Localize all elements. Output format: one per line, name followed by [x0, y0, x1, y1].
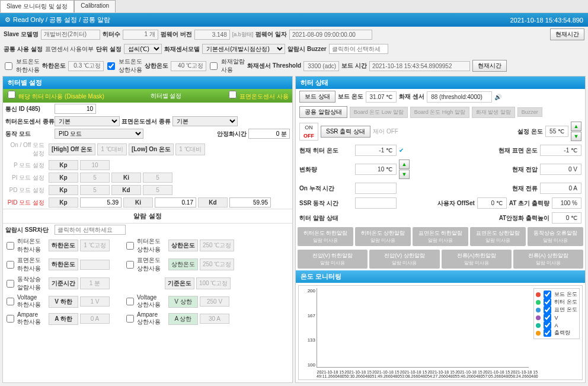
surface-low-label: 하한온도 — [49, 259, 78, 270]
label-current-voltage: 현재 전압 — [512, 165, 538, 174]
a-high-value: 30 A — [200, 314, 229, 324]
op-mode-select[interactable]: PID 모드 — [55, 129, 143, 139]
common-alarm-button[interactable]: 공용 알람상태 — [299, 106, 347, 118]
label-fire-sensor: 화재 센서 — [399, 92, 424, 101]
onoff-mode-label: On / Off 모드 설정 — [5, 141, 47, 158]
tile-heater-high: 히터온도 상한알람알람 미사용 — [355, 227, 411, 246]
pid-ki-header: Ki — [123, 197, 153, 208]
fire-sensor-model-select[interactable]: 기본센서(개발시점산정) — [202, 44, 285, 54]
label-current-current: 현재 전류 — [512, 184, 538, 193]
heater-high-use-checkbox[interactable] — [126, 242, 134, 250]
pid-kd-header: Kd — [198, 197, 228, 208]
tile-malfunc: 동작상승 오류알람알람 미사용 — [528, 227, 583, 246]
label-set-temp: 설정 온도 — [517, 127, 543, 136]
ampere-high-use-checkbox[interactable] — [126, 315, 134, 323]
legend-checkbox[interactable] — [544, 314, 551, 321]
high-off-label: [High] Off 온도 — [49, 143, 95, 155]
board-low-use-checkbox[interactable] — [5, 62, 12, 70]
legend-checkbox[interactable] — [544, 306, 551, 314]
pi-mode-label: PI 모드 설정 — [5, 174, 47, 182]
pi-kp-value: 5 — [80, 173, 110, 183]
stabilize-time-input[interactable] — [248, 129, 290, 139]
v-low-label: V 하한 — [49, 296, 78, 308]
at-stable-output-value: 0 ℃ — [552, 212, 581, 224]
user-offset-value: 0 ℃ — [477, 197, 507, 209]
label-current-surface-temp: 현재 표면 온도 — [498, 146, 538, 155]
heater-sensor-type-select[interactable]: 기본 — [55, 116, 120, 126]
alarm-settings-title: 알람 설정 — [3, 209, 292, 224]
legend-checkbox[interactable] — [544, 321, 551, 329]
control-off-label: 제어 OFF — [373, 127, 398, 136]
legend-checkbox[interactable] — [544, 291, 551, 298]
board-time-value — [369, 61, 470, 71]
surface-low-use-checkbox[interactable] — [7, 261, 14, 269]
voltage-high-use-checkbox[interactable] — [126, 298, 134, 305]
tab-slave-monitoring[interactable]: Slave 모니터링 및 설정 — [0, 0, 74, 12]
heater-high-use-label: 히터온도 상한사용 — [137, 237, 167, 254]
alarm-buzzer-input[interactable] — [329, 44, 388, 54]
delta-value: 10 ℃ — [355, 164, 397, 175]
firmware-ver-note: [a.b형태] — [232, 31, 254, 39]
surface-low-use-label: 표면온도 하한사용 — [17, 256, 47, 273]
current-time-button-2[interactable]: 현재시간 — [472, 60, 507, 72]
voltage-high-use-label: Voltage 상한사용 — [137, 294, 167, 309]
pid-ki-input[interactable] — [155, 197, 196, 208]
label-board-time: 보드 시간 — [341, 62, 367, 70]
surface-high-label: 상한온도 — [168, 259, 198, 270]
temp-up-button[interactable]: ▲ — [571, 122, 581, 131]
board-high-use-checkbox[interactable] — [107, 62, 115, 70]
heater-high-label: 상한온도 — [168, 240, 198, 251]
check-icon: ✔ — [399, 147, 404, 154]
heater-low-label: 하한온도 — [49, 240, 78, 251]
label-unit: 단위 설정 — [96, 45, 122, 53]
label-alarm-ssr: 알람시 SSR차단 — [5, 226, 53, 234]
p-mode-label: P 모드 설정 — [5, 161, 47, 170]
on-cumul-value — [355, 183, 397, 194]
surface-sensor-use-checkbox[interactable] — [229, 91, 237, 98]
voltage-low-use-checkbox[interactable] — [7, 298, 14, 305]
slave-model-value — [41, 30, 100, 40]
unit-select[interactable]: 섭씨(℃) — [124, 44, 162, 54]
malfunc-use-checkbox[interactable] — [7, 280, 14, 288]
ampere-high-use-label: Ampare 상한사용 — [137, 311, 167, 326]
low-on-label: [Low] On 온도 — [129, 143, 174, 155]
comm-id-input[interactable] — [55, 104, 96, 114]
ref-temp-label: 기준온도 — [165, 277, 194, 289]
board-low-alarm-button[interactable]: Board 온도 Low 알람 — [350, 107, 408, 118]
label-stabilize-time: 안정화시간 — [217, 130, 247, 138]
pid-mode-label: PID 모드 설정 — [5, 199, 47, 207]
v-high-value: 250 V — [200, 296, 229, 307]
ampere-low-use-checkbox[interactable] — [7, 315, 14, 323]
alarm-ssr-input[interactable] — [55, 225, 126, 235]
tab-calibration[interactable]: Calibration — [74, 0, 116, 12]
speaker-icon[interactable]: 🔊 — [494, 94, 501, 100]
disable-mask-checkbox[interactable] — [8, 91, 15, 98]
legend-checkbox[interactable] — [544, 298, 551, 306]
surface-high-use-checkbox[interactable] — [126, 261, 134, 269]
surface-sensor-type-select[interactable]: 기본 — [172, 116, 238, 126]
label-common-use: 공통 사용 설정 — [4, 45, 43, 53]
gear-icon: ⚙ — [5, 16, 11, 23]
a-low-label: A 하한 — [49, 313, 78, 325]
current-time-button[interactable]: 현재시간 — [550, 28, 584, 40]
pd-mode-label: PD 모드 설정 — [5, 186, 47, 194]
temp-down-button[interactable]: ▼ — [571, 132, 581, 141]
fire-alarm-use-checkbox[interactable] — [210, 62, 218, 70]
ssr-output-button[interactable]: SSR 출력 상태 — [321, 126, 370, 138]
label-firmware-ver: 펌웨어 버전 — [161, 30, 192, 39]
buzzer-button[interactable]: Buzzer — [517, 107, 542, 117]
legend-checkbox[interactable] — [544, 329, 551, 337]
pid-kd-input[interactable] — [229, 197, 271, 208]
a-high-label: A 상한 — [168, 313, 198, 325]
delta-up-button[interactable]: ▲ — [399, 159, 410, 169]
board-status-button[interactable]: 보드 상태 — [299, 91, 335, 103]
label-fire-sensor-model: 화재센서모델 — [164, 45, 200, 53]
pid-kp-input[interactable] — [80, 197, 122, 208]
delta-down-button[interactable]: ▼ — [399, 170, 410, 179]
on-off-toggle[interactable]: ON OFF — [299, 123, 318, 141]
board-high-alarm-button[interactable]: Board 온도 High 알람 — [410, 107, 469, 118]
heater-low-use-checkbox[interactable] — [7, 242, 14, 250]
label-board-temp: 보드 온도 — [338, 92, 363, 101]
fire-alarm-button[interactable]: 화재 발생 알람 — [472, 107, 515, 118]
current-current-value: 0 A — [540, 183, 581, 194]
